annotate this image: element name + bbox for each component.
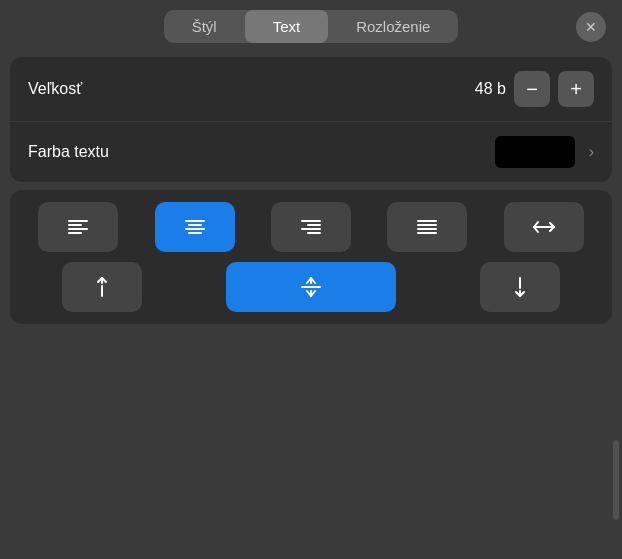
size-controls: 48 b − + bbox=[466, 71, 594, 107]
size-value: 48 b bbox=[466, 80, 506, 98]
color-swatch[interactable] bbox=[495, 136, 575, 168]
color-label: Farba textu bbox=[28, 143, 495, 161]
tab-layout[interactable]: Rozloženie bbox=[328, 10, 458, 43]
align-top-icon bbox=[90, 275, 114, 299]
align-left-button[interactable] bbox=[38, 202, 118, 252]
align-bottom-icon bbox=[508, 275, 532, 299]
align-justify-button[interactable] bbox=[387, 202, 467, 252]
text-direction-icon bbox=[532, 215, 556, 239]
chevron-right-icon: › bbox=[589, 143, 594, 161]
bottom-area bbox=[0, 332, 622, 452]
color-row: Farba textu › bbox=[10, 122, 612, 182]
align-bottom-button[interactable] bbox=[480, 262, 560, 312]
align-right-icon bbox=[299, 215, 323, 239]
decrement-button[interactable]: − bbox=[514, 71, 550, 107]
align-left-icon bbox=[66, 215, 90, 239]
align-center-button[interactable] bbox=[155, 202, 235, 252]
align-right-button[interactable] bbox=[271, 202, 351, 252]
size-section: Veľkosť 48 b − + Farba textu › bbox=[10, 57, 612, 182]
tab-style[interactable]: Štýl bbox=[164, 10, 245, 43]
vertical-align-row bbox=[20, 262, 602, 312]
align-top-button[interactable] bbox=[62, 262, 142, 312]
alignment-section bbox=[0, 190, 622, 332]
size-row: Veľkosť 48 b − + bbox=[10, 57, 612, 122]
align-middle-icon bbox=[299, 275, 323, 299]
align-justify-icon bbox=[415, 215, 439, 239]
scrollbar[interactable] bbox=[613, 440, 619, 520]
size-label: Veľkosť bbox=[28, 80, 466, 98]
align-middle-button[interactable] bbox=[226, 262, 396, 312]
tab-group: Štýl Text Rozloženie bbox=[164, 10, 459, 43]
align-center-icon bbox=[183, 215, 207, 239]
tab-text[interactable]: Text bbox=[245, 10, 329, 43]
color-controls: › bbox=[495, 136, 594, 168]
align-controls bbox=[10, 190, 612, 324]
text-direction-button[interactable] bbox=[504, 202, 584, 252]
panel: Štýl Text Rozloženie ✕ Veľkosť 48 b − + … bbox=[0, 0, 622, 452]
close-button[interactable]: ✕ bbox=[576, 12, 606, 42]
horizontal-align-row bbox=[20, 202, 602, 252]
tab-bar: Štýl Text Rozloženie ✕ bbox=[0, 0, 622, 53]
increment-button[interactable]: + bbox=[558, 71, 594, 107]
